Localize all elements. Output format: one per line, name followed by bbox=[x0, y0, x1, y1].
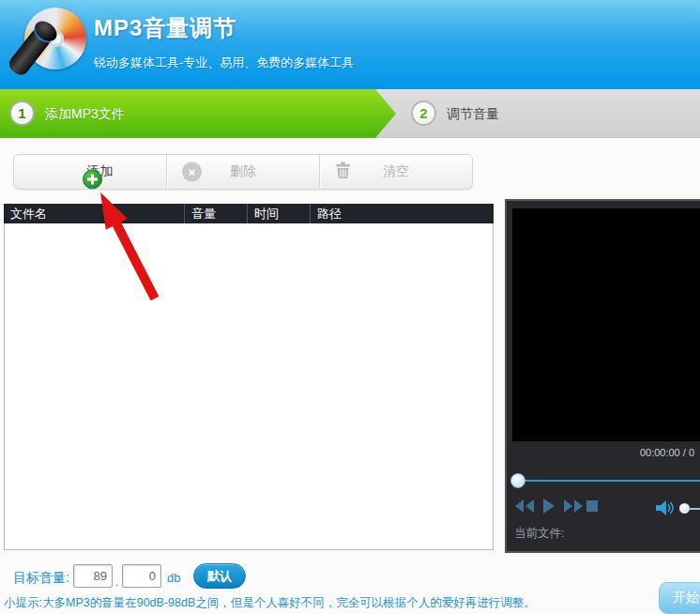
seek-bar-track[interactable] bbox=[522, 480, 700, 482]
step-tabbar: 1 添加MP3文件 2 调节音量 bbox=[0, 89, 700, 138]
target-volume-label: 目标音量: bbox=[13, 570, 69, 587]
file-table-body[interactable] bbox=[4, 223, 494, 550]
column-header-volume[interactable]: 音量 bbox=[184, 204, 247, 223]
volume-icon[interactable] bbox=[655, 498, 676, 518]
tab-add-mp3-files-label[interactable]: 添加MP3文件 bbox=[45, 106, 125, 123]
target-volume-fraction-input[interactable] bbox=[122, 564, 161, 588]
app-window: MP3音量调节 锐动多媒体工具-专业、易用、免费的多媒体工具 1 添加MP3文件… bbox=[0, 0, 700, 614]
volume-slider-track[interactable] bbox=[689, 508, 700, 510]
current-file-label: 当前文件: bbox=[514, 526, 564, 542]
x-circle-icon: × bbox=[182, 162, 202, 182]
file-list-table: 文件名 音量 时间 路径 bbox=[4, 204, 494, 550]
fast-forward-icon[interactable] bbox=[563, 498, 584, 514]
file-table-header: 文件名 音量 时间 路径 bbox=[4, 204, 494, 223]
tip-text: 小提示:大多MP3的音量在90dB-98dB之间，但是个人喜好不同，完全可以根据… bbox=[4, 595, 536, 611]
tab-adjust-volume-label[interactable]: 调节音量 bbox=[447, 106, 499, 123]
red-annotation-arrow bbox=[89, 185, 174, 316]
delete-button[interactable]: × 删除 bbox=[166, 155, 319, 189]
column-header-time[interactable]: 时间 bbox=[247, 204, 310, 223]
video-preview-area bbox=[512, 208, 700, 441]
add-button[interactable]: 添加 bbox=[14, 155, 166, 189]
app-title: MP3音量调节 bbox=[94, 13, 236, 43]
trash-icon bbox=[335, 161, 351, 182]
decimal-separator: . bbox=[115, 575, 119, 589]
target-volume-main-input[interactable] bbox=[73, 564, 113, 588]
clear-button-label: 清空 bbox=[383, 163, 409, 180]
time-display: 00:00:00 / 0 bbox=[640, 447, 694, 458]
default-button[interactable]: 默认 bbox=[193, 563, 246, 589]
rewind-icon[interactable] bbox=[514, 498, 535, 514]
app-subtitle: 锐动多媒体工具-专业、易用、免费的多媒体工具 bbox=[94, 54, 354, 71]
file-toolbar: 添加 × 删除 清空 bbox=[13, 154, 473, 190]
step-2-badge: 2 bbox=[411, 100, 436, 126]
player-panel: 00:00:00 / 0 bbox=[505, 199, 700, 553]
db-unit-label: db bbox=[167, 571, 180, 585]
app-header: MP3音量调节 锐动多媒体工具-专业、易用、免费的多媒体工具 bbox=[0, 0, 700, 89]
seek-bar-thumb[interactable] bbox=[510, 473, 525, 488]
clear-button[interactable]: 清空 bbox=[319, 155, 472, 189]
step-1-badge: 1 bbox=[9, 100, 35, 126]
delete-button-label: 删除 bbox=[230, 163, 256, 180]
start-button[interactable]: 开始 bbox=[659, 582, 700, 614]
play-icon[interactable] bbox=[542, 498, 555, 514]
app-logo-icon bbox=[11, 6, 86, 83]
playback-controls bbox=[514, 498, 698, 518]
column-header-path[interactable]: 路径 bbox=[310, 204, 494, 223]
stop-icon[interactable] bbox=[586, 498, 599, 514]
